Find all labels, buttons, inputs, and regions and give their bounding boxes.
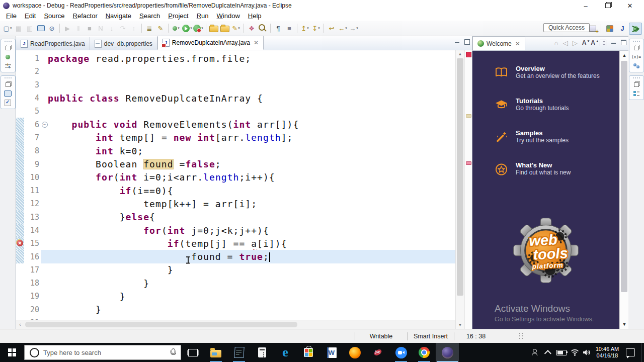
- notepad-button[interactable]: [227, 343, 251, 362]
- hidden-icons-chevron[interactable]: [543, 343, 554, 362]
- battery-icon[interactable]: [555, 343, 568, 362]
- code-line-11[interactable]: 11 if(i==0){: [16, 184, 455, 197]
- forward-icon[interactable]: ▷: [573, 40, 578, 46]
- firefox-button[interactable]: [343, 343, 366, 362]
- code-line-5[interactable]: 5: [16, 105, 455, 118]
- last-edit-location-button[interactable]: ↩: [327, 23, 337, 34]
- change-annotation-gutter[interactable]: [16, 277, 24, 290]
- scroll-down-icon[interactable]: ▼: [620, 322, 628, 327]
- code-line-19[interactable]: 19 }: [16, 290, 455, 303]
- dropdown-arrow-icon[interactable]: ▾: [10, 26, 12, 30]
- people-icon[interactable]: [528, 343, 540, 362]
- change-annotation-gutter[interactable]: [16, 131, 24, 144]
- scroll-down-icon[interactable]: ▼: [456, 323, 464, 327]
- search-button[interactable]: [258, 23, 268, 34]
- eclipse-button[interactable]: [436, 343, 459, 362]
- code-line-7[interactable]: 7 int temp[] = new int[arr.length];: [16, 131, 455, 144]
- taskbar-clock[interactable]: 10:46 AM 04/16/18: [593, 343, 622, 362]
- run-button[interactable]: ▾: [182, 23, 192, 34]
- menu-item-source[interactable]: Source: [40, 12, 68, 20]
- microphone-icon[interactable]: [170, 348, 176, 356]
- change-annotation-gutter[interactable]: [16, 105, 24, 118]
- code-editor[interactable]: 1package read.properties.from.file;234pu…: [16, 50, 455, 320]
- forward-button[interactable]: →▾: [349, 23, 359, 34]
- occurrence-marker[interactable]: [466, 114, 471, 118]
- dropdown-arrow-icon[interactable]: ▾: [345, 26, 347, 30]
- collapse-icon[interactable]: −: [42, 122, 48, 128]
- change-annotation-gutter[interactable]: [16, 65, 24, 78]
- menu-item-search[interactable]: Search: [135, 12, 164, 20]
- code-line-10[interactable]: 10 for(int i=0;i<arr.length;i++){: [16, 171, 455, 184]
- dropdown-arrow-icon[interactable]: ▾: [356, 26, 358, 30]
- code-line-3[interactable]: 3: [16, 78, 455, 92]
- restore-icon[interactable]: [4, 44, 12, 51]
- enlarge-text-icon[interactable]: A▴: [591, 39, 595, 46]
- console-icon[interactable]: [4, 90, 12, 97]
- close-icon[interactable]: ✕: [515, 40, 520, 47]
- outline-icon[interactable]: [632, 90, 640, 97]
- drag-handle[interactable]: [5, 41, 12, 42]
- tab-removeduplcateinarray-java[interactable]: JRemoveDuplcateInArray.java✕: [157, 36, 264, 50]
- show-whitespace-button[interactable]: ¶: [273, 23, 283, 34]
- debug-icon[interactable]: [4, 53, 12, 60]
- next-annotation-button[interactable]: ↧▾: [311, 23, 321, 34]
- code-line-1[interactable]: 1package read.properties.from.file;: [16, 52, 455, 65]
- code-line-21[interactable]: 21: [16, 316, 455, 320]
- word-button[interactable]: W: [320, 343, 343, 362]
- change-annotation-gutter[interactable]: [16, 197, 24, 210]
- zoom-button[interactable]: [389, 343, 413, 362]
- menu-item-navigate[interactable]: Navigate: [102, 12, 135, 20]
- task-view-button[interactable]: [181, 343, 204, 362]
- tasks-icon[interactable]: [4, 99, 12, 106]
- menu-item-window[interactable]: Window: [213, 12, 244, 20]
- new-java-project-button[interactable]: [209, 23, 219, 34]
- minimize-editor-icon[interactable]: [455, 39, 459, 44]
- drag-handle[interactable]: [633, 41, 640, 42]
- change-annotation-gutter[interactable]: [16, 290, 24, 303]
- dropdown-arrow-icon[interactable]: ▾: [190, 26, 192, 30]
- suspend-button[interactable]: ‖: [73, 23, 84, 34]
- change-annotation-gutter[interactable]: [16, 250, 24, 263]
- dropdown-arrow-icon[interactable]: ▾: [307, 26, 309, 30]
- dropdown-arrow-icon[interactable]: ▾: [318, 26, 320, 30]
- change-annotation-gutter[interactable]: [16, 316, 24, 320]
- taskbar-search[interactable]: Type here to search: [24, 345, 181, 360]
- change-annotation-gutter[interactable]: [16, 78, 24, 92]
- back-icon[interactable]: ◁: [563, 40, 568, 46]
- step-over-button[interactable]: ↷: [118, 23, 128, 34]
- dropdown-arrow-icon[interactable]: ▾: [201, 26, 203, 30]
- welcome-item-tutorials[interactable]: TutorialsGo through tutorials: [472, 88, 619, 120]
- horizontal-scroll-thumb[interactable]: [25, 322, 297, 327]
- scroll-left-icon[interactable]: ‹: [16, 322, 24, 327]
- debug-button[interactable]: ▾: [171, 23, 181, 34]
- change-annotation-gutter[interactable]: [16, 263, 24, 277]
- restore-icon[interactable]: [4, 81, 12, 88]
- code-line-18[interactable]: 18 }: [16, 277, 455, 290]
- change-annotation-gutter[interactable]: [16, 92, 24, 105]
- servers-icon[interactable]: [4, 62, 12, 69]
- drag-handle[interactable]: [5, 77, 12, 78]
- code-line-15[interactable]: ✕15 if(temp[j] == a[i]){: [16, 237, 455, 250]
- scroll-up-icon[interactable]: ▲: [456, 52, 464, 56]
- breakpoints-icon[interactable]: [632, 62, 640, 69]
- change-annotation-gutter[interactable]: [16, 184, 24, 197]
- welcome-scroll-thumb[interactable]: [621, 61, 627, 292]
- save-all-button[interactable]: ▥: [25, 23, 35, 34]
- edge-button[interactable]: e: [274, 343, 297, 362]
- debug-perspective-button[interactable]: [629, 23, 642, 35]
- coverage-button[interactable]: ▾: [193, 23, 203, 34]
- tab-readproperties-java[interactable]: JReadProperties.java: [16, 37, 90, 50]
- code-line-20[interactable]: 20 }: [16, 303, 455, 316]
- menu-item-file[interactable]: File: [2, 12, 21, 20]
- menu-item-help[interactable]: Help: [244, 12, 266, 20]
- code-line-17[interactable]: 17 }: [16, 263, 455, 277]
- terminate-button[interactable]: ■: [85, 23, 95, 34]
- code-line-9[interactable]: 9 Boolean found =false;: [16, 157, 455, 170]
- welcome-scrollbar[interactable]: ▲ ▼: [619, 51, 628, 329]
- action-center-icon[interactable]: [624, 343, 637, 362]
- step-filters-button[interactable]: ✎: [155, 23, 166, 34]
- close-icon[interactable]: ✕: [254, 39, 259, 46]
- scroll-up-icon[interactable]: ▲: [620, 53, 628, 58]
- menu-item-edit[interactable]: Edit: [21, 12, 40, 20]
- welcome-item-overview[interactable]: OverviewGet an overview of the features: [472, 56, 619, 88]
